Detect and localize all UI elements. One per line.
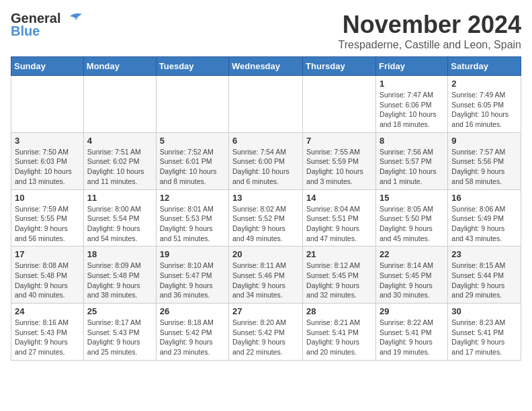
day-info: Sunrise: 7:51 AM Sunset: 6:02 PM Dayligh… (87, 147, 152, 187)
weekday-header-friday: Friday (375, 57, 447, 76)
day-number: 10 (15, 193, 80, 203)
weekday-header-thursday: Thursday (303, 57, 376, 76)
day-info: Sunrise: 7:59 AM Sunset: 5:55 PM Dayligh… (15, 204, 80, 244)
calendar-cell: 11Sunrise: 8:00 AM Sunset: 5:54 PM Dayli… (83, 189, 156, 246)
day-number: 8 (380, 136, 444, 146)
day-info: Sunrise: 8:23 AM Sunset: 5:41 PM Dayligh… (451, 318, 517, 357)
calendar-cell (83, 76, 156, 133)
month-title: November 2024 (339, 11, 521, 39)
calendar-cell: 24Sunrise: 8:16 AM Sunset: 5:43 PM Dayli… (11, 304, 84, 361)
calendar-cell: 13Sunrise: 8:02 AM Sunset: 5:52 PM Dayli… (229, 189, 303, 246)
day-info: Sunrise: 8:20 AM Sunset: 5:42 PM Dayligh… (232, 318, 299, 357)
title-area: November 2024 Trespaderne, Castille and … (339, 11, 521, 51)
location-title: Trespaderne, Castille and Leon, Spain (339, 39, 521, 51)
logo-bird-icon (63, 11, 83, 26)
calendar-cell: 4Sunrise: 7:51 AM Sunset: 6:02 PM Daylig… (83, 132, 156, 189)
day-info: Sunrise: 8:18 AM Sunset: 5:42 PM Dayligh… (160, 318, 225, 357)
calendar-cell: 8Sunrise: 7:56 AM Sunset: 5:57 PM Daylig… (375, 132, 447, 189)
calendar-cell: 15Sunrise: 8:05 AM Sunset: 5:50 PM Dayli… (375, 189, 447, 246)
calendar-cell: 25Sunrise: 8:17 AM Sunset: 5:43 PM Dayli… (83, 304, 156, 361)
day-number: 21 (306, 249, 372, 259)
day-number: 24 (15, 306, 80, 316)
day-info: Sunrise: 8:14 AM Sunset: 5:45 PM Dayligh… (380, 261, 444, 300)
logo-general: General (11, 11, 60, 25)
calendar-cell (11, 76, 84, 133)
calendar-cell: 26Sunrise: 8:18 AM Sunset: 5:42 PM Dayli… (156, 304, 228, 361)
logo: General Blue (11, 11, 83, 38)
weekday-header-wednesday: Wednesday (229, 57, 303, 76)
calendar-cell: 27Sunrise: 8:20 AM Sunset: 5:42 PM Dayli… (229, 304, 303, 361)
day-number: 12 (160, 193, 225, 203)
weekday-header-row: SundayMondayTuesdayWednesdayThursdayFrid… (11, 57, 521, 76)
calendar-cell: 10Sunrise: 7:59 AM Sunset: 5:55 PM Dayli… (11, 189, 84, 246)
calendar-cell: 3Sunrise: 7:50 AM Sunset: 6:03 PM Daylig… (11, 132, 84, 189)
day-number: 18 (87, 249, 152, 259)
day-info: Sunrise: 8:21 AM Sunset: 5:41 PM Dayligh… (306, 318, 372, 357)
logo-blue: Blue (11, 24, 40, 38)
day-info: Sunrise: 8:04 AM Sunset: 5:51 PM Dayligh… (306, 204, 372, 244)
calendar-cell: 17Sunrise: 8:08 AM Sunset: 5:48 PM Dayli… (11, 246, 84, 304)
day-info: Sunrise: 7:57 AM Sunset: 5:56 PM Dayligh… (451, 147, 517, 187)
day-number: 13 (232, 193, 299, 203)
calendar-cell (156, 76, 228, 133)
calendar-cell: 19Sunrise: 8:10 AM Sunset: 5:47 PM Dayli… (156, 246, 228, 304)
day-info: Sunrise: 8:09 AM Sunset: 5:48 PM Dayligh… (87, 261, 152, 300)
calendar-week-row: 3Sunrise: 7:50 AM Sunset: 6:03 PM Daylig… (11, 132, 521, 189)
day-number: 11 (87, 193, 152, 203)
day-info: Sunrise: 8:01 AM Sunset: 5:53 PM Dayligh… (160, 204, 225, 244)
calendar-cell: 29Sunrise: 8:22 AM Sunset: 5:41 PM Dayli… (375, 304, 447, 361)
day-info: Sunrise: 8:11 AM Sunset: 5:46 PM Dayligh… (232, 261, 299, 300)
day-number: 17 (15, 249, 80, 259)
weekday-header-tuesday: Tuesday (156, 57, 228, 76)
calendar-cell (303, 76, 376, 133)
day-number: 16 (451, 193, 517, 203)
calendar-cell: 16Sunrise: 8:06 AM Sunset: 5:49 PM Dayli… (448, 189, 521, 246)
calendar-cell: 22Sunrise: 8:14 AM Sunset: 5:45 PM Dayli… (375, 246, 447, 304)
calendar-cell: 14Sunrise: 8:04 AM Sunset: 5:51 PM Dayli… (303, 189, 376, 246)
day-number: 23 (451, 249, 517, 259)
day-info: Sunrise: 8:08 AM Sunset: 5:48 PM Dayligh… (15, 261, 80, 300)
day-info: Sunrise: 8:06 AM Sunset: 5:49 PM Dayligh… (451, 204, 517, 244)
calendar-table: SundayMondayTuesdayWednesdayThursdayFrid… (11, 56, 521, 361)
day-info: Sunrise: 8:00 AM Sunset: 5:54 PM Dayligh… (87, 204, 152, 244)
day-number: 26 (160, 306, 225, 316)
calendar-cell: 30Sunrise: 8:23 AM Sunset: 5:41 PM Dayli… (448, 304, 521, 361)
day-info: Sunrise: 7:54 AM Sunset: 6:00 PM Dayligh… (232, 147, 299, 187)
day-info: Sunrise: 8:10 AM Sunset: 5:47 PM Dayligh… (160, 261, 225, 300)
header: General Blue November 2024 Trespaderne, … (11, 11, 521, 51)
day-number: 14 (306, 193, 372, 203)
day-number: 6 (232, 136, 299, 146)
calendar-week-row: 24Sunrise: 8:16 AM Sunset: 5:43 PM Dayli… (11, 304, 521, 361)
day-number: 15 (380, 193, 444, 203)
day-number: 30 (451, 306, 517, 316)
calendar-cell: 5Sunrise: 7:52 AM Sunset: 6:01 PM Daylig… (156, 132, 228, 189)
day-info: Sunrise: 7:56 AM Sunset: 5:57 PM Dayligh… (380, 147, 444, 187)
day-info: Sunrise: 7:55 AM Sunset: 5:59 PM Dayligh… (306, 147, 372, 187)
day-info: Sunrise: 7:47 AM Sunset: 6:06 PM Dayligh… (380, 90, 444, 130)
calendar-cell (229, 76, 303, 133)
day-info: Sunrise: 8:16 AM Sunset: 5:43 PM Dayligh… (15, 318, 80, 357)
day-info: Sunrise: 8:12 AM Sunset: 5:45 PM Dayligh… (306, 261, 372, 300)
calendar-week-row: 10Sunrise: 7:59 AM Sunset: 5:55 PM Dayli… (11, 189, 521, 246)
day-info: Sunrise: 8:15 AM Sunset: 5:44 PM Dayligh… (451, 261, 517, 300)
calendar-cell: 21Sunrise: 8:12 AM Sunset: 5:45 PM Dayli… (303, 246, 376, 304)
calendar-cell: 20Sunrise: 8:11 AM Sunset: 5:46 PM Dayli… (229, 246, 303, 304)
day-info: Sunrise: 8:05 AM Sunset: 5:50 PM Dayligh… (380, 204, 444, 244)
calendar-cell: 12Sunrise: 8:01 AM Sunset: 5:53 PM Dayli… (156, 189, 228, 246)
weekday-header-monday: Monday (83, 57, 156, 76)
day-number: 25 (87, 306, 152, 316)
calendar-week-row: 1Sunrise: 7:47 AM Sunset: 6:06 PM Daylig… (11, 76, 521, 133)
day-info: Sunrise: 7:52 AM Sunset: 6:01 PM Dayligh… (160, 147, 225, 187)
day-number: 2 (451, 79, 517, 89)
day-number: 4 (87, 136, 152, 146)
day-number: 20 (232, 249, 299, 259)
day-info: Sunrise: 7:50 AM Sunset: 6:03 PM Dayligh… (15, 147, 80, 187)
calendar-cell: 6Sunrise: 7:54 AM Sunset: 6:00 PM Daylig… (229, 132, 303, 189)
calendar-week-row: 17Sunrise: 8:08 AM Sunset: 5:48 PM Dayli… (11, 246, 521, 304)
calendar-cell: 7Sunrise: 7:55 AM Sunset: 5:59 PM Daylig… (303, 132, 376, 189)
day-info: Sunrise: 7:49 AM Sunset: 6:05 PM Dayligh… (451, 90, 517, 130)
day-info: Sunrise: 8:17 AM Sunset: 5:43 PM Dayligh… (87, 318, 152, 357)
day-number: 27 (232, 306, 299, 316)
day-number: 9 (451, 136, 517, 146)
day-info: Sunrise: 8:02 AM Sunset: 5:52 PM Dayligh… (232, 204, 299, 244)
